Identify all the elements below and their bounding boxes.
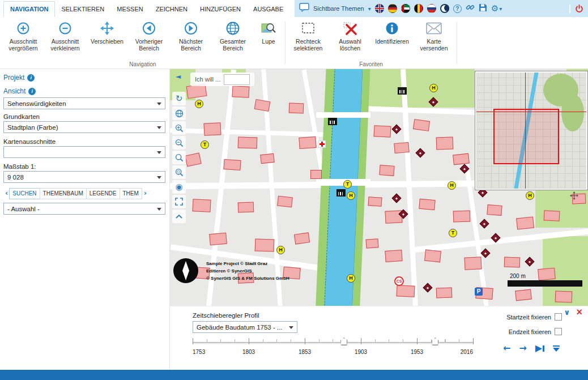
map-marker-cs[interactable]: CS [394,276,404,286]
step-back-button[interactable]: ← [503,344,510,353]
map-marker-diamond[interactable] [429,97,438,107]
map-fit-icon[interactable] [172,195,186,208]
power-icon[interactable] [569,5,583,13]
zoom-extent-in-button[interactable]: Ausschnitt vergrößern [2,17,44,52]
map-bld [379,165,394,176]
sidebar-tab-themenbaum[interactable]: THEMENBAUM [40,188,87,199]
map-marker-poi-t[interactable]: T [449,229,457,237]
overview-pan-icon[interactable] [570,191,578,202]
flag-de-icon[interactable] [388,4,397,13]
map-bld [464,257,482,270]
map-zoom-window-icon[interactable] [172,151,186,164]
ribbon-separator [457,22,457,64]
select-rectangle-button[interactable]: Rechteck selektieren [287,17,329,52]
map-marker-poi-h[interactable]: H [448,181,456,190]
send-map-button[interactable]: Karte versenden [413,17,455,52]
scale-label: Maßstab 1: [3,163,36,170]
selection-select[interactable]: - Auswahl - [3,203,165,215]
map-zoom-out-icon[interactable] [172,136,186,150]
map-marker-diamond[interactable] [525,257,535,267]
crescent-moon-icon[interactable] [440,4,449,13]
map-marker-diamond[interactable] [392,194,402,203]
identify-button[interactable]: Identifizieren [371,17,413,45]
visible-themes-label[interactable]: Sichtbare Themen [313,5,364,12]
magnifier-button[interactable]: Lupe [254,17,283,45]
map-collapse-up-icon[interactable] [172,210,186,223]
map-marker-poi-t[interactable]: T [201,140,209,149]
flag-be-icon[interactable] [414,4,423,13]
map-marker-poi-h[interactable]: H [429,84,438,92]
info-icon[interactable]: i [28,88,36,95]
map-center-icon[interactable]: ◉ [172,180,186,194]
map-full-extent-icon[interactable] [172,106,186,120]
basemap-select[interactable]: Stadtplan (Farbe) [3,121,165,133]
map-extents-select[interactable] [3,146,165,158]
sidebar-tab-cut[interactable]: THEM [120,188,142,199]
pan-arrows-icon [100,20,114,36]
time-slider-track[interactable] [193,342,473,344]
view-select[interactable]: Sehenswürdigkeiten [3,97,165,109]
pan-button[interactable]: Verschieben [86,17,128,45]
collapse-range-icon[interactable] [553,345,560,352]
map-marker-diamond[interactable] [481,249,491,258]
next-arrow-circle-icon [184,20,198,36]
iwill-input[interactable] [224,74,250,85]
map-marker-redcross[interactable] [318,140,326,148]
map-marker-museum[interactable] [398,87,407,95]
map-marker-museum[interactable] [336,189,346,197]
scale-bar: 200 m [508,273,582,287]
next-extent-button[interactable]: Nächster Bereich [170,17,212,52]
tabs-scroll-right-icon[interactable]: › [142,188,148,199]
link-icon[interactable] [466,3,475,14]
step-forward-button[interactable]: → [519,344,526,353]
tab-hinzufuegen[interactable]: HINZUFÜGEN [194,2,247,17]
zoom-extent-out-button[interactable]: Ausschnitt verkleinern [44,17,86,52]
sidebar-tab-legende[interactable]: LEGENDE [86,188,120,199]
ribbon-group-label-navigation: Navigation [2,61,283,67]
visible-themes-caret-icon[interactable]: ▾ [368,6,371,12]
map-marker-parking[interactable]: P [475,288,483,296]
map-marker-poi-h[interactable]: H [347,274,355,283]
map-marker-diamond[interactable] [423,283,433,293]
map-marker-diamond[interactable] [392,125,402,134]
flag-uk-icon[interactable] [375,4,384,13]
clear-selection-button[interactable]: Auswahl löschen [329,17,371,52]
map-refresh-icon[interactable]: ↻ [172,92,186,105]
full-extent-button[interactable]: Gesamter Bereich [212,17,254,52]
tab-ausgabe[interactable]: AUSGABE [247,2,289,17]
zoom-out-circle-icon [58,20,73,36]
ribbon-tabs: NAVIGATION SELEKTIEREN MESSEN ZEICHNEN H… [0,0,298,17]
sidebar-tab-suchen[interactable]: SUCHEN [9,188,40,199]
map-bld [223,159,241,170]
overview-map[interactable] [475,71,588,190]
map-viewport[interactable]: HHHHHHHTTTCSP ◄ Ich will ... ↻ ◉ [170,69,588,306]
map-marker-poi-h[interactable]: H [347,191,355,200]
sidebar-collapse-icon[interactable]: ◄ [176,72,181,80]
info-icon[interactable]: i [27,74,35,82]
map-marker-poi-h[interactable]: H [526,191,534,200]
help-icon[interactable]: ? [453,5,462,13]
map-marker-poi-t[interactable]: T [343,180,352,189]
speech-bubble-icon[interactable] [299,3,309,14]
map-marker-poi-h[interactable]: H [276,246,285,254]
prev-extent-button[interactable]: Vorheriger Bereich [128,17,170,52]
save-icon[interactable] [479,3,487,14]
scale-bar-label: 200 m [510,273,582,279]
map-marker-museum[interactable] [328,118,337,125]
scale-select[interactable]: 9 028 [3,171,165,183]
tab-selektieren[interactable]: SELEKTIEREN [55,2,110,17]
map-marker-diamond[interactable] [416,148,425,158]
flag-ae-icon[interactable] [401,4,410,13]
map-marker-poi-h[interactable]: H [195,100,203,108]
tab-messen[interactable]: MESSEN [110,2,149,17]
flag-ru-icon[interactable] [427,4,436,13]
overview-extent-rectangle[interactable] [493,109,559,164]
map-marker-diamond[interactable] [480,219,489,229]
map-zoom-select-icon[interactable] [172,165,186,179]
tab-zeichnen[interactable]: ZEICHNEN [150,2,194,17]
play-button[interactable]: ▶ [535,344,544,353]
tab-navigation[interactable]: NAVIGATION [3,1,55,17]
map-bld [413,119,430,131]
settings-menu[interactable]: ⚙ ▾ [491,5,502,13]
map-zoom-in-icon[interactable] [172,121,186,135]
